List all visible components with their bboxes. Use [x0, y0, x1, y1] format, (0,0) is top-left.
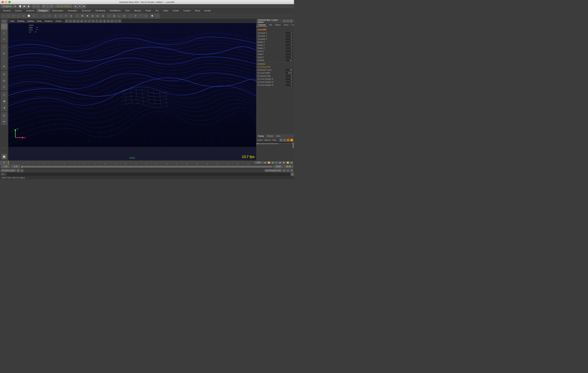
quadrangulate-icon-btn[interactable]: ▤: [122, 13, 127, 18]
current-frame-display[interactable]: 1: [0, 161, 8, 165]
cube-icon-btn[interactable]: □: [6, 13, 11, 18]
vp-icon13[interactable]: ⊠: [110, 19, 114, 23]
wireframe-btn[interactable]: ⬢: [1, 98, 7, 104]
ch-panel-icon1[interactable]: ⬡: [291, 24, 292, 26]
hscroll-left[interactable]: ◀: [256, 143, 259, 145]
paint-select-btn[interactable]: ✏: [1, 36, 7, 42]
mode-dropdown[interactable]: Polygons Modeling Animation Dynamics Ren…: [1, 4, 17, 8]
render-settings-btn[interactable]: ⚙: [78, 4, 82, 8]
vp-icon1[interactable]: ⊞: [65, 19, 68, 23]
tab-rendering[interactable]: Rendering: [93, 9, 107, 12]
anim-layer-btn1[interactable]: ▼: [17, 169, 20, 172]
disk-icon-btn[interactable]: ⬡: [32, 13, 36, 18]
anim-end-input[interactable]: [284, 165, 293, 168]
scale-tool-btn[interactable]: ⤢: [1, 57, 7, 63]
vp-renderer-menu[interactable]: Renderer: [43, 20, 54, 22]
ch-attr-ai-shader-r[interactable]: Ai Curve Shader R 0: [257, 77, 293, 81]
vp-icon12[interactable]: ⚙: [107, 19, 110, 23]
tab-toon[interactable]: Toon: [123, 9, 132, 12]
ch-tab-object[interactable]: Object: [274, 23, 282, 26]
tab-surfaces[interactable]: Surfaces: [24, 9, 37, 12]
sphere-icon-btn[interactable]: ○: [1, 13, 6, 18]
tab-polygons[interactable]: Polygons: [37, 9, 50, 12]
mel-input[interactable]: [6, 173, 291, 176]
new-scene-btn[interactable]: 📄: [18, 4, 22, 8]
camera-btn[interactable]: 📷: [1, 119, 7, 125]
ch-tab-show[interactable]: Show: [282, 23, 290, 26]
ch-attr-scale-z[interactable]: Scale Z 1: [257, 56, 293, 59]
open-btn[interactable]: 📂: [22, 4, 26, 8]
crease-icon-btn[interactable]: ⚐: [138, 13, 143, 18]
cmdline-btn[interactable]: ⊞: [291, 173, 294, 176]
prev-frame-btn[interactable]: ◀: [271, 161, 274, 164]
extract-icon-btn[interactable]: ⊗: [63, 13, 68, 18]
layer-scroll-thumb[interactable]: [293, 142, 294, 148]
play-back-btn[interactable]: ▷: [275, 161, 278, 164]
layers-btn[interactable]: Layers: [257, 139, 263, 141]
vp-icon11[interactable]: ▶: [103, 19, 106, 23]
timeline-ruler[interactable]: 1 2 3 4 5 6 7 8 9 10 11 12 13 14 15 16 1…: [8, 161, 253, 165]
dra-tab-anim[interactable]: Anim: [275, 135, 282, 137]
vp-icon8[interactable]: ⊕: [92, 19, 95, 23]
cylinder-icon-btn[interactable]: ⊙: [11, 13, 16, 18]
playhead[interactable]: [8, 161, 9, 165]
tab-dynamics[interactable]: Dynamics: [80, 9, 93, 12]
layer-icon1[interactable]: ⊞: [279, 139, 283, 142]
subdivide-icon-btn[interactable]: ▦: [112, 13, 116, 18]
ch-tab-channels[interactable]: Channels: [256, 23, 267, 27]
ch-attr-ai-render[interactable]: Ai Render Curve off: [257, 68, 293, 71]
uv-editor-icon-btn[interactable]: 🔲: [150, 13, 155, 18]
render-btn[interactable]: ▶: [74, 4, 78, 8]
chamfer-icon-btn[interactable]: ⌘: [133, 13, 138, 18]
range-track[interactable]: 24: [21, 166, 273, 168]
ch-attr-rotate-y[interactable]: Rotate Y 0: [257, 43, 293, 47]
snap-grid-btn[interactable]: ⊞: [42, 4, 46, 8]
play-fwd-btn[interactable]: ▶: [278, 161, 282, 164]
symmetry-btn[interactable]: ⊞: [1, 78, 7, 84]
split-icon-btn[interactable]: ◨: [100, 13, 105, 18]
soft-select-btn[interactable]: ⊛: [1, 71, 7, 77]
bridge-icon-btn[interactable]: ⬢: [80, 13, 85, 18]
ch-attr-rotate-x[interactable]: Rotate X 0: [257, 41, 293, 43]
layer-icon3[interactable]: ■: [287, 139, 290, 142]
tab-ncloth[interactable]: nCloth: [170, 9, 181, 12]
append-icon-btn[interactable]: ⬣: [85, 13, 90, 18]
ch-attr-scale-x[interactable]: Scale X 1: [257, 50, 293, 53]
options-btn[interactable]: Options: [264, 139, 271, 141]
helix-icon-btn[interactable]: ∿: [42, 13, 47, 18]
vp-icon9[interactable]: ✦: [95, 19, 99, 23]
vp-panels-menu[interactable]: Panels: [54, 20, 63, 22]
pipe-icon-btn[interactable]: ⬛: [37, 13, 42, 18]
ch-attr-ai-shader-b[interactable]: Ai Curve Shader B 0: [257, 83, 293, 86]
soccer-icon-btn[interactable]: ⬠: [47, 13, 52, 18]
vp-icon6[interactable]: ●: [84, 19, 87, 23]
ch-panel-btn3[interactable]: ×: [290, 20, 293, 22]
step-back-btn[interactable]: ⏪: [267, 161, 271, 164]
tab-custom[interactable]: Custom: [181, 9, 193, 12]
ch-attr-scale-y[interactable]: Scale Y 1: [257, 53, 293, 56]
ch-panel-icon2[interactable]: ⊕: [293, 24, 294, 26]
tab-painteffects[interactable]: PaintEffects: [107, 9, 123, 12]
boolean-icon-btn[interactable]: ◑: [68, 13, 73, 18]
minimize-button[interactable]: [5, 1, 7, 3]
char-set-dropdown[interactable]: No Character Set: [265, 169, 282, 172]
ch-attr-ai-width[interactable]: Ai Curve Width 0.01: [257, 71, 293, 74]
range-start-input[interactable]: [11, 165, 21, 168]
extrude-icon-btn[interactable]: ⬡: [75, 13, 80, 18]
hscroll-thumb[interactable]: [259, 143, 278, 144]
uv-layout-icon-btn[interactable]: ⬚: [155, 13, 160, 18]
rotate-tool-btn[interactable]: ↻: [1, 51, 7, 57]
smooth-icon-btn[interactable]: ◎: [106, 13, 111, 18]
tab-muscle[interactable]: Muscle: [132, 9, 143, 12]
snap-curve-btn[interactable]: ⌇: [46, 4, 50, 8]
tab-general[interactable]: General: [1, 9, 13, 12]
triangulate-icon-btn[interactable]: ◺: [117, 13, 122, 18]
next-frame-btn[interactable]: ▶: [282, 161, 286, 164]
layer-icon2[interactable]: ⊟: [283, 139, 286, 142]
ch-attr-translate-z[interactable]: Translate Z 0: [257, 38, 293, 41]
universal-manip-btn[interactable]: ❖: [1, 63, 7, 70]
lasso-tool-btn[interactable]: ⬡: [1, 30, 7, 36]
plane-icon-btn[interactable]: ⬜: [26, 13, 31, 18]
bevel-icon-btn[interactable]: ⌗: [128, 13, 133, 18]
ch-panel-btn1[interactable]: −: [283, 20, 286, 22]
